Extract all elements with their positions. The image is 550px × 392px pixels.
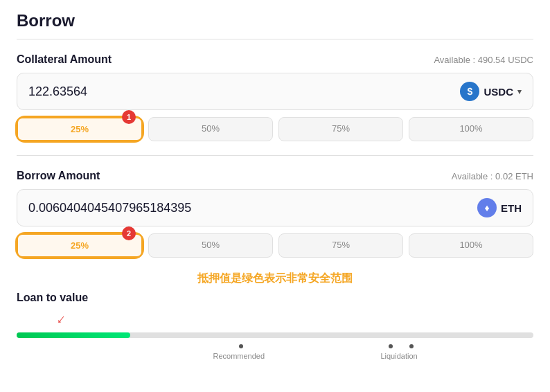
recommended-label: Recommended (213, 352, 265, 360)
annotation-circle-2: 2 (122, 226, 136, 240)
annotation-1-badge: 1 (119, 110, 136, 124)
borrow-header: Borrow Amount Available : 0.02 ETH (17, 170, 533, 182)
page-title: Borrow (17, 11, 533, 30)
collateral-token-name: USDC (484, 86, 513, 98)
chinese-annotation-area: 抵押值是绿色表示非常安全范围 (17, 271, 533, 286)
borrow-label: Borrow Amount (17, 170, 100, 182)
ltv-labels-row: Recommended Liquidation (17, 352, 533, 364)
collateral-header: Collateral Amount Available : 490.54 USD… (17, 53, 533, 66)
eth-icon: ♦ (477, 198, 497, 217)
annotation-circle-1: 1 (122, 110, 136, 124)
collateral-label: Collateral Amount (17, 53, 112, 66)
collateral-token-selector[interactable]: $ USDC ▾ (460, 82, 522, 101)
borrow-available: Available : 0.02 ETH (452, 171, 533, 181)
ltv-label: Loan to value (17, 292, 533, 304)
borrow-section: Borrow Amount Available : 0.02 ETH 0.006… (17, 170, 533, 258)
collateral-pct-50[interactable]: 50% (148, 117, 273, 141)
collateral-chevron-icon: ▾ (517, 87, 522, 96)
borrow-pct-50[interactable]: 50% (148, 233, 273, 258)
section-divider (17, 155, 533, 156)
collateral-available: Available : 490.54 USDC (434, 55, 533, 65)
borrow-value: 0.0060404045407965184395 (28, 201, 477, 215)
borrow-percentage-buttons: 25% 50% 75% 100% (17, 233, 533, 258)
recommended-dot (239, 344, 243, 348)
collateral-value: 122.63564 (28, 84, 460, 99)
collateral-section: Collateral Amount Available : 490.54 USD… (17, 53, 533, 141)
borrow-input-row[interactable]: 0.0060404045407965184395 ♦ ETH (17, 189, 533, 226)
collateral-pct-75[interactable]: 75% (278, 117, 403, 141)
ltv-arrow-area: ↓ (17, 311, 533, 327)
chinese-annotation-text: 抵押值是绿色表示非常安全范围 (197, 272, 353, 284)
ltv-arrow-icon: ↓ (54, 310, 69, 327)
title-divider (17, 39, 533, 39)
usdc-icon: $ (460, 82, 479, 101)
liquidation-dot-1 (389, 344, 393, 348)
ltv-bar-fill (17, 332, 130, 338)
borrow-token-name: ETH (501, 202, 522, 214)
annotation-2-badge: 2 (119, 226, 136, 240)
borrow-token-selector[interactable]: ♦ ETH (477, 198, 522, 217)
liquidation-label: Liquidation (380, 352, 417, 360)
collateral-pct-100[interactable]: 100% (409, 117, 533, 141)
borrow-pct-100[interactable]: 100% (409, 233, 533, 258)
liquidation-dot-2 (409, 344, 414, 348)
borrow-pct-group: 25% 50% 75% 100% 2 (17, 233, 533, 258)
collateral-input-row[interactable]: 122.63564 $ USDC ▾ (17, 73, 533, 110)
collateral-pct-group: 25% 50% 75% 100% 1 (17, 117, 533, 141)
ltv-section: Loan to value ↓ Recommended Liquidation (17, 292, 533, 364)
ltv-markers (17, 341, 533, 352)
ltv-bar-container (17, 332, 533, 338)
collateral-percentage-buttons: 25% 50% 75% 100% (17, 117, 533, 141)
borrow-pct-75[interactable]: 75% (278, 233, 403, 258)
